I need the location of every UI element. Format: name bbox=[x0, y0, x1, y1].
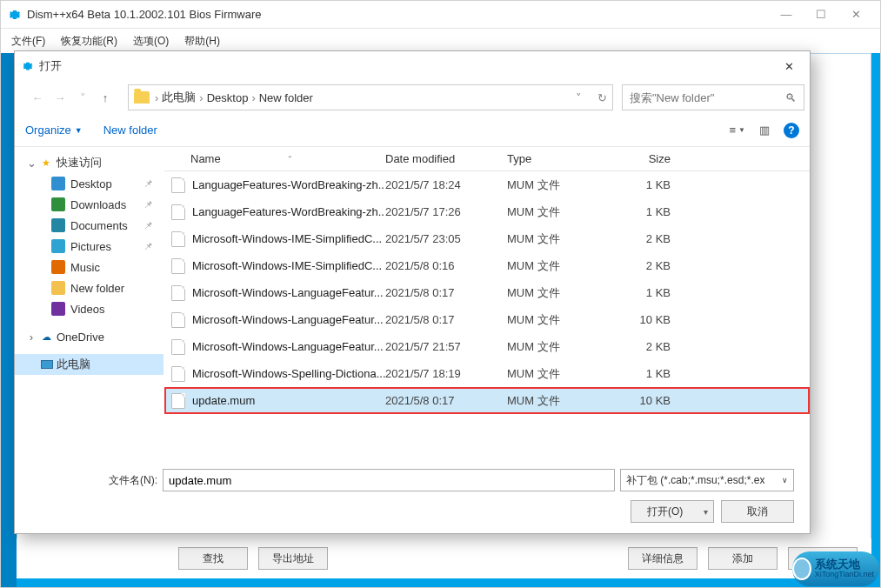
file-icon bbox=[171, 312, 185, 328]
dialog-toolbar: Organize ▼ New folder ≡ ▼ ▥ ? bbox=[15, 114, 810, 147]
filename-label: 文件名(N): bbox=[109, 473, 157, 488]
globe-icon bbox=[792, 558, 811, 580]
forward-button[interactable]: → bbox=[50, 87, 70, 108]
menu-file[interactable]: 文件(F) bbox=[11, 34, 45, 49]
window-title: Dism++x64 Beta 10.1.2002.101 Bios Firmwa… bbox=[27, 8, 769, 21]
recent-dropdown[interactable]: ˅ bbox=[72, 87, 93, 108]
file-list[interactable]: LanguageFeatures-WordBreaking-zh...2021/… bbox=[164, 171, 810, 458]
column-date[interactable]: Date modified bbox=[385, 152, 507, 165]
close-button[interactable]: ✕ bbox=[838, 3, 873, 27]
menu-recovery[interactable]: 恢复功能(R) bbox=[61, 34, 117, 49]
file-icon bbox=[171, 393, 185, 409]
expand-icon[interactable]: ⌄ bbox=[27, 157, 36, 170]
file-row[interactable]: LanguageFeatures-WordBreaking-zh...2021/… bbox=[164, 198, 810, 225]
file-date: 2021/5/7 21:57 bbox=[385, 340, 507, 353]
file-type: MUM 文件 bbox=[507, 312, 610, 328]
file-row[interactable]: Microsoft-Windows-LanguageFeatur...2021/… bbox=[164, 306, 810, 333]
sidebar-item-label: Videos bbox=[70, 303, 105, 316]
column-size[interactable]: Size bbox=[610, 152, 679, 165]
file-size: 10 KB bbox=[610, 313, 679, 326]
tree-onedrive[interactable]: › ☁ OneDrive bbox=[15, 326, 164, 347]
sidebar-item[interactable]: Desktop📌︎ bbox=[15, 173, 164, 194]
pin-icon: 📌︎ bbox=[143, 178, 153, 189]
sort-caret-icon: ⌃ bbox=[287, 155, 293, 163]
breadcrumb-folder[interactable]: New folder bbox=[259, 91, 313, 104]
dialog-close-button[interactable]: ✕ bbox=[775, 54, 803, 78]
file-row[interactable]: LanguageFeatures-WordBreaking-zh...2021/… bbox=[164, 171, 810, 198]
file-row[interactable]: update.mum2021/5/8 0:17MUM 文件10 KB bbox=[164, 387, 810, 414]
chevron-down-icon: ▼ bbox=[75, 126, 83, 135]
tree-quick-access[interactable]: ⌄ ★ 快速访问 bbox=[15, 152, 164, 173]
bottom-toolbar: 查找 导出地址 详细信息 添加 扫描 bbox=[17, 538, 871, 578]
sidebar-item[interactable]: Videos bbox=[15, 298, 164, 319]
sidebar-item[interactable]: Music bbox=[15, 257, 164, 277]
chevron-right-icon: › bbox=[155, 91, 158, 104]
search-icon[interactable]: 🔍︎ bbox=[785, 91, 797, 104]
organize-menu[interactable]: Organize ▼ bbox=[25, 124, 83, 137]
minimize-button[interactable]: — bbox=[769, 3, 804, 27]
file-size: 2 KB bbox=[610, 340, 679, 353]
file-row[interactable]: Microsoft-Windows-LanguageFeatur...2021/… bbox=[164, 333, 810, 360]
details-button[interactable]: 详细信息 bbox=[628, 547, 697, 570]
folder-icon bbox=[51, 281, 65, 295]
refresh-icon[interactable]: ↻ bbox=[597, 91, 607, 104]
maximize-button[interactable]: ☐ bbox=[804, 3, 838, 27]
file-name: Microsoft-Windows-Spelling-Dictiona... bbox=[192, 367, 385, 380]
file-name: LanguageFeatures-WordBreaking-zh... bbox=[192, 205, 385, 218]
preview-pane-icon[interactable]: ▥ bbox=[759, 124, 770, 137]
file-name: Microsoft-Windows-IME-SimplifiedC... bbox=[192, 259, 382, 272]
search-box[interactable]: 🔍︎ bbox=[622, 84, 804, 110]
file-row[interactable]: Microsoft-Windows-IME-SimplifiedC...2021… bbox=[164, 252, 810, 279]
dialog-title: 打开 bbox=[39, 58, 775, 74]
watermark: 系统天地 XiTongTianDi.net bbox=[792, 551, 879, 586]
folder-icon bbox=[134, 91, 150, 104]
back-button[interactable]: ← bbox=[27, 87, 48, 108]
file-size: 1 KB bbox=[610, 178, 679, 191]
view-menu[interactable]: ≡ ▼ bbox=[729, 124, 745, 137]
file-type: MUM 文件 bbox=[507, 366, 610, 382]
sidebar-item[interactable]: Downloads📌︎ bbox=[15, 194, 164, 215]
file-type: MUM 文件 bbox=[507, 177, 610, 193]
search-input[interactable] bbox=[630, 91, 785, 104]
file-date: 2021/5/7 18:24 bbox=[385, 178, 507, 191]
tree-this-pc[interactable]: 此电脑 bbox=[15, 354, 164, 375]
file-type: MUM 文件 bbox=[507, 285, 610, 301]
up-button[interactable]: ↑ bbox=[95, 87, 116, 108]
sidebar-item-label: Documents bbox=[70, 219, 128, 232]
cancel-button[interactable]: 取消 bbox=[721, 500, 794, 523]
filename-input[interactable] bbox=[163, 469, 615, 491]
file-name: Microsoft-Windows-LanguageFeatur... bbox=[192, 286, 384, 299]
address-bar[interactable]: › 此电脑 › Desktop › New folder ˅ ↻ bbox=[128, 84, 613, 110]
address-dropdown-icon[interactable]: ˅ bbox=[576, 91, 582, 104]
file-date: 2021/5/7 17:26 bbox=[385, 205, 507, 218]
export-button[interactable]: 导出地址 bbox=[258, 547, 328, 570]
monitor-icon bbox=[41, 360, 53, 369]
sidebar-item[interactable]: Pictures📌︎ bbox=[15, 236, 164, 257]
expand-icon[interactable]: › bbox=[27, 331, 36, 344]
column-name[interactable]: Name ⌃ bbox=[164, 152, 385, 165]
sidebar-item-label: New folder bbox=[70, 282, 124, 295]
sidebar-item-label: Music bbox=[70, 261, 100, 274]
breadcrumb-desktop[interactable]: Desktop bbox=[207, 91, 249, 104]
new-folder-button[interactable]: New folder bbox=[103, 124, 157, 137]
down-icon bbox=[51, 197, 65, 211]
menu-options[interactable]: 选项(O) bbox=[133, 34, 169, 49]
file-row[interactable]: Microsoft-Windows-LanguageFeatur...2021/… bbox=[164, 279, 810, 306]
column-type[interactable]: Type bbox=[507, 152, 610, 165]
sidebar-item[interactable]: New folder bbox=[15, 277, 164, 298]
file-row[interactable]: Microsoft-Windows-Spelling-Dictiona...20… bbox=[164, 360, 810, 387]
sidebar-item[interactable]: Documents📌︎ bbox=[15, 215, 164, 236]
add-button[interactable]: 添加 bbox=[708, 547, 778, 570]
breadcrumb-pc[interactable]: 此电脑 bbox=[162, 90, 196, 105]
find-button[interactable]: 查找 bbox=[178, 547, 248, 570]
help-icon[interactable]: ? bbox=[784, 123, 799, 138]
open-button[interactable]: 打开(O)▾ bbox=[631, 500, 714, 523]
file-icon bbox=[171, 285, 185, 301]
menubar: 文件(F) 恢复功能(R) 选项(O) 帮助(H) bbox=[1, 29, 880, 53]
file-type-filter[interactable]: 补丁包 (*.cab;*.msu;*.esd;*.ex ∨ bbox=[620, 469, 794, 491]
file-row[interactable]: Microsoft-Windows-IME-SimplifiedC...2021… bbox=[164, 225, 810, 252]
pin-icon: 📌︎ bbox=[143, 199, 153, 210]
chevron-down-icon: ∨ bbox=[782, 476, 788, 484]
titlebar: Dism++x64 Beta 10.1.2002.101 Bios Firmwa… bbox=[1, 1, 880, 29]
menu-help[interactable]: 帮助(H) bbox=[184, 34, 220, 49]
